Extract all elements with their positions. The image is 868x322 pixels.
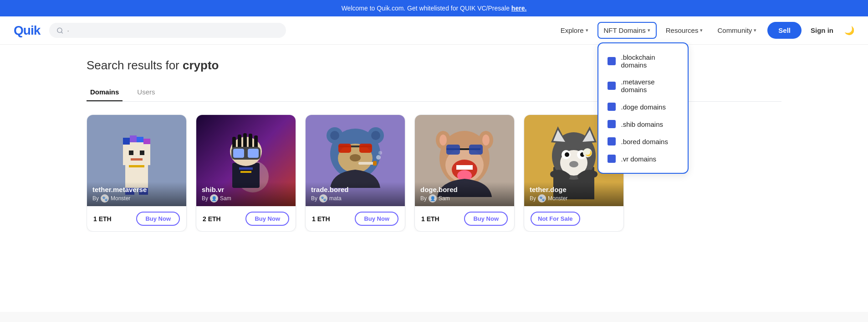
card-footer: Not For Sale — [524, 206, 623, 231]
sell-button[interactable]: Sell — [767, 22, 802, 39]
card-trade-bored: trade.bored By 🐾 mata 1 ETH Buy Now — [305, 114, 405, 232]
svg-rect-3 — [123, 142, 150, 165]
card-label: trade.bored By 🐾 mata — [306, 182, 405, 206]
avatar: 🐾 — [101, 194, 109, 203]
nav-item-resources[interactable]: Resources ▾ — [660, 23, 709, 38]
svg-rect-7 — [143, 139, 150, 144]
svg-rect-10 — [131, 158, 143, 161]
svg-rect-6 — [137, 137, 143, 142]
dropdown-vr[interactable]: .vr domains — [598, 150, 688, 167]
card-price: 1 ETH — [312, 215, 330, 223]
dropdown-metaverse[interactable]: .metaverse domains — [598, 73, 688, 98]
svg-rect-23 — [233, 149, 244, 158]
dropdown-blockchain[interactable]: .blockchain domains — [598, 49, 688, 73]
avatar: 👤 — [429, 194, 437, 203]
dropdown-bored[interactable]: .bored domains — [598, 133, 688, 150]
svg-point-44 — [439, 135, 447, 145]
nft-domains-wrapper: NFT Domains ▾ .blockchain domains .metav… — [597, 22, 657, 39]
card-price: 2 ETH — [203, 215, 221, 223]
buy-now-button[interactable]: Buy Now — [245, 212, 289, 226]
svg-rect-38 — [373, 161, 377, 166]
card-image: shib.vr By 👤 Sam — [196, 115, 296, 206]
card-image: tether.metaverse By 🐾 Monster — [87, 115, 186, 206]
tab-users[interactable]: Users — [133, 83, 158, 101]
moon-icon[interactable]: 🌙 — [844, 26, 854, 36]
card-price: 1 ETH — [93, 215, 112, 223]
logo[interactable]: Quik — [14, 23, 40, 38]
svg-rect-48 — [446, 145, 460, 155]
chevron-down-icon: ▾ — [586, 27, 588, 33]
svg-rect-34 — [338, 144, 351, 153]
card-image: doge.bored By 👤 Sam — [415, 115, 514, 206]
svg-rect-51 — [456, 165, 473, 170]
avatar: 👤 — [210, 194, 218, 203]
card-label: shib.vr By 👤 Sam — [196, 182, 296, 206]
tab-domains[interactable]: Domains — [87, 83, 123, 101]
card-doge-bored: doge.bored By 👤 Sam 1 ETH Buy Now — [414, 114, 515, 232]
svg-rect-5 — [130, 135, 137, 142]
svg-rect-11 — [129, 165, 144, 167]
svg-rect-49 — [469, 145, 483, 155]
sign-in-button[interactable]: Sign in — [805, 22, 839, 39]
svg-point-39 — [376, 155, 381, 160]
search-icon — [56, 27, 63, 34]
card-footer: 2 ETH Buy Now — [196, 206, 296, 231]
buy-now-button[interactable]: Buy Now — [464, 212, 508, 226]
svg-line-1 — [61, 31, 63, 33]
card-by: By 🐾 Monster — [92, 194, 181, 203]
main-content: Search results for crypto Domains Users — [0, 45, 868, 312]
card-by: By 🐾 Monster — [530, 194, 618, 203]
svg-point-29 — [330, 131, 339, 140]
search-input[interactable] — [67, 26, 279, 34]
svg-rect-9 — [140, 151, 144, 155]
svg-rect-26 — [240, 171, 251, 173]
search-bar — [49, 23, 286, 38]
card-by: By 👤 Sam — [202, 194, 290, 203]
dropdown-shib[interactable]: .shib domains — [598, 115, 688, 133]
domain-icon — [608, 155, 616, 163]
chevron-down-icon: ▾ — [700, 27, 703, 33]
svg-rect-4 — [123, 138, 130, 145]
svg-point-31 — [371, 131, 380, 140]
buy-now-button[interactable]: Buy Now — [136, 212, 180, 226]
top-banner: Welcome to Quik.com. Get whitelisted for… — [0, 0, 868, 16]
card-shib-vr: shib.vr By 👤 Sam 2 ETH Buy Now — [196, 114, 296, 232]
card-by: By 🐾 mata — [311, 194, 399, 203]
nav-item-explore[interactable]: Explore ▾ — [555, 23, 594, 38]
svg-point-61 — [565, 152, 569, 157]
nav-item-community[interactable]: Community ▾ — [712, 23, 762, 38]
nav-item-nft-domains[interactable]: NFT Domains ▾ — [597, 22, 657, 39]
buy-now-button[interactable]: Buy Now — [355, 212, 398, 226]
card-footer: 1 ETH Buy Now — [87, 206, 186, 231]
header: Quik Explore ▾ NFT Domains ▾ .blockchain… — [0, 16, 868, 45]
svg-rect-25 — [239, 167, 253, 170]
nft-domains-dropdown: .blockchain domains .metaverse domains .… — [597, 42, 689, 174]
card-label: doge.bored By 👤 Sam — [415, 182, 514, 206]
domain-icon — [608, 120, 616, 128]
card-footer: 1 ETH Buy Now — [306, 206, 405, 231]
card-image: trade.bored By 🐾 mata — [306, 115, 405, 206]
domain-icon — [608, 103, 616, 111]
svg-text:🌙: 🌙 — [585, 150, 592, 156]
chevron-down-icon: ▾ — [754, 27, 756, 33]
banner-link[interactable]: here. — [511, 5, 526, 12]
card-price: 1 ETH — [421, 215, 439, 223]
avatar: 🐾 — [319, 194, 327, 203]
dropdown-doge[interactable]: .doge domains — [598, 98, 688, 115]
card-by: By 👤 Sam — [420, 194, 509, 203]
domain-icon — [608, 82, 616, 90]
card-label: tether.doge By 🐾 Monster — [524, 182, 623, 206]
svg-point-36 — [350, 154, 361, 161]
card-label: tether.metaverse By 🐾 Monster — [87, 182, 186, 206]
svg-rect-37 — [358, 162, 374, 165]
svg-rect-35 — [359, 144, 372, 153]
svg-rect-24 — [248, 149, 259, 158]
svg-point-40 — [378, 151, 382, 155]
domain-icon — [608, 137, 616, 145]
svg-point-45 — [482, 135, 490, 145]
card-tether-metaverse: tether.metaverse By 🐾 Monster 1 ETH Buy … — [87, 114, 187, 232]
not-for-sale-button[interactable]: Not For Sale — [531, 212, 580, 226]
domain-icon — [608, 57, 616, 65]
avatar: 🐾 — [538, 194, 546, 203]
card-footer: 1 ETH Buy Now — [415, 206, 514, 231]
